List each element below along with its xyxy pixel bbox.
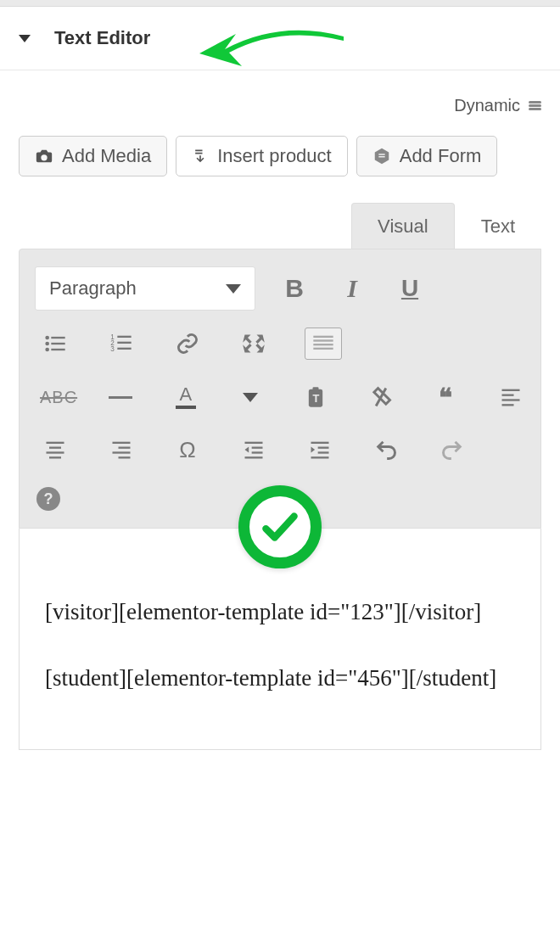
svg-rect-5 — [51, 349, 64, 350]
blockquote-button[interactable]: ❝ — [431, 382, 461, 412]
numbered-list-button[interactable]: 123 — [106, 328, 137, 359]
svg-text:T: T — [313, 392, 320, 405]
dynamic-tags-row: Dynamic — [19, 96, 541, 115]
svg-rect-34 — [245, 456, 263, 458]
svg-rect-15 — [313, 348, 333, 350]
svg-rect-27 — [113, 442, 131, 444]
camera-icon — [35, 147, 53, 165]
collapse-caret-icon[interactable] — [19, 35, 31, 42]
svg-rect-37 — [318, 451, 329, 453]
media-buttons-row: Add Media Insert product Add Form — [19, 136, 541, 176]
svg-point-4 — [45, 348, 49, 352]
panel-title: Text Editor — [54, 27, 150, 49]
add-media-label: Add Media — [62, 145, 151, 167]
bullet-list-button[interactable] — [40, 328, 70, 359]
svg-rect-36 — [318, 447, 329, 449]
svg-rect-22 — [501, 404, 513, 406]
svg-rect-28 — [119, 447, 131, 449]
text-color-dropdown[interactable] — [236, 382, 266, 412]
tab-visual[interactable]: Visual — [351, 203, 455, 249]
fullscreen-button[interactable] — [238, 328, 269, 359]
dynamic-label: Dynamic — [454, 96, 520, 115]
svg-rect-29 — [113, 451, 131, 453]
editor-tabs: Visual Text — [19, 202, 541, 249]
align-right-button[interactable] — [106, 434, 137, 465]
svg-rect-13 — [313, 339, 333, 341]
svg-rect-3 — [51, 343, 64, 344]
svg-rect-7 — [117, 336, 131, 338]
svg-rect-30 — [119, 456, 131, 458]
annotation-arrow-icon — [195, 15, 348, 75]
strikethrough-button[interactable]: ABC — [40, 388, 70, 407]
italic-button[interactable]: I — [333, 274, 371, 303]
insert-icon — [192, 148, 209, 165]
svg-point-0 — [45, 336, 49, 340]
editor-paragraph[interactable]: [visitor][elementor-template id="123"][/… — [45, 591, 515, 634]
form-icon — [372, 147, 391, 165]
svg-rect-1 — [51, 337, 64, 339]
svg-rect-33 — [252, 451, 263, 453]
horizontal-rule-button[interactable] — [106, 382, 136, 412]
editor-toolbar: Paragraph B I U 123 ABC — [19, 249, 541, 529]
toolbar-row-2: 123 — [35, 328, 525, 360]
text-color-button[interactable]: A — [171, 382, 201, 412]
align-left-button[interactable] — [496, 382, 525, 412]
svg-rect-12 — [313, 336, 333, 338]
svg-rect-14 — [313, 344, 333, 345]
help-button[interactable]: ? — [36, 487, 60, 511]
paste-text-button[interactable]: T — [301, 382, 331, 412]
svg-rect-9 — [117, 342, 131, 344]
format-select[interactable]: Paragraph — [35, 266, 255, 311]
editor-content-area[interactable]: [visitor][elementor-template id="123"][/… — [19, 529, 541, 750]
special-character-button[interactable]: Ω — [172, 434, 203, 465]
outdent-button[interactable] — [238, 434, 269, 465]
toolbar-row-4: Ω — [35, 434, 525, 465]
svg-rect-24 — [49, 447, 61, 449]
svg-rect-38 — [311, 456, 329, 458]
svg-rect-32 — [252, 447, 263, 449]
editor-paragraph[interactable]: [student][elementor-template id="456"][/… — [45, 658, 515, 700]
toolbar-row-1: Paragraph B I U — [35, 266, 525, 311]
indent-button[interactable] — [305, 434, 335, 465]
window-top-bar — [0, 0, 560, 7]
link-button[interactable] — [172, 328, 203, 359]
database-icon[interactable] — [529, 101, 541, 110]
svg-rect-11 — [117, 348, 131, 350]
svg-text:3: 3 — [110, 345, 115, 353]
toolbar-row-3: ABC A T ❝ — [35, 382, 525, 412]
insert-product-button[interactable]: Insert product — [176, 136, 348, 176]
svg-rect-26 — [49, 456, 61, 458]
bold-button[interactable]: B — [276, 274, 313, 303]
panel-content: Dynamic Add Media Insert product Add For… — [0, 70, 560, 750]
svg-rect-19 — [501, 389, 519, 391]
svg-rect-35 — [311, 442, 329, 444]
svg-rect-17 — [313, 387, 319, 391]
add-media-button[interactable]: Add Media — [19, 136, 167, 176]
align-center-button[interactable] — [40, 434, 70, 465]
svg-rect-20 — [501, 395, 513, 396]
add-form-button[interactable]: Add Form — [356, 136, 498, 176]
redo-button[interactable] — [437, 434, 468, 465]
svg-rect-31 — [245, 442, 263, 444]
panel-header[interactable]: Text Editor — [0, 7, 560, 70]
svg-rect-25 — [47, 451, 64, 453]
insert-product-label: Insert product — [217, 145, 332, 167]
format-select-value: Paragraph — [49, 277, 137, 300]
underline-button[interactable]: U — [391, 275, 428, 302]
clear-formatting-button[interactable] — [366, 382, 395, 412]
svg-point-2 — [45, 342, 49, 346]
svg-rect-21 — [501, 399, 519, 400]
chevron-down-icon — [226, 284, 241, 294]
svg-rect-23 — [47, 442, 64, 444]
undo-button[interactable] — [371, 434, 401, 465]
tab-text[interactable]: Text — [455, 203, 541, 249]
toolbar-toggle-button[interactable] — [305, 328, 342, 360]
add-form-label: Add Form — [400, 145, 482, 167]
toolbar-row-5: ? — [35, 487, 525, 511]
